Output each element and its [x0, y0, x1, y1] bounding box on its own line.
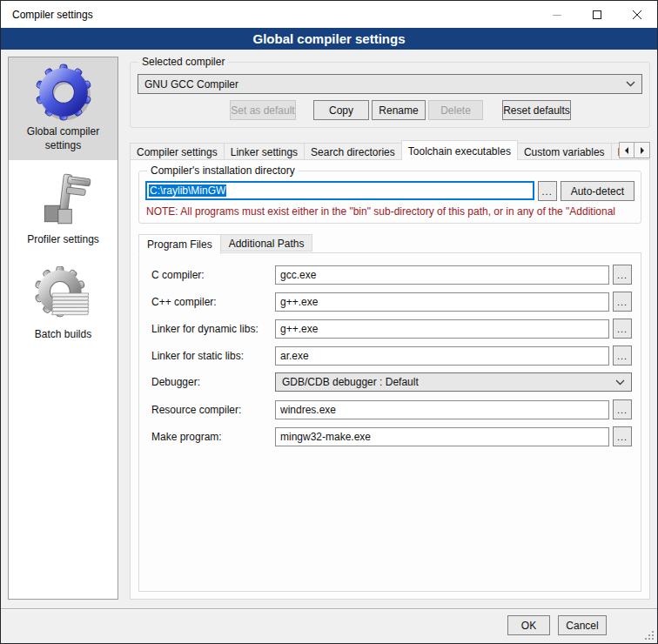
minimize-button[interactable]: [537, 1, 577, 28]
main-tabs: Compiler settingsLinker settingsSearch d…: [130, 138, 650, 160]
field-label: C compiler:: [148, 269, 272, 281]
browse-button[interactable]: ...: [613, 319, 632, 339]
sidebar-item-label: Profiler settings: [27, 233, 99, 247]
cancel-button[interactable]: Cancel: [558, 615, 607, 635]
installation-directory-row: C:\raylib\MinGW ... Auto-detect: [145, 181, 634, 201]
footer: OK Cancel: [1, 610, 657, 643]
ok-button[interactable]: OK: [507, 615, 550, 635]
program-row: C compiler:...: [148, 265, 632, 284]
tab-custom-variables[interactable]: Custom variables: [518, 143, 612, 160]
program-row: Resource compiler:...: [148, 399, 632, 419]
gray-gear-stack-icon: [35, 266, 92, 324]
set-as-default-button[interactable]: Set as default: [230, 100, 296, 120]
caliper-icon: [35, 171, 92, 229]
blue-gear-icon: [35, 64, 92, 121]
field-input[interactable]: [275, 265, 609, 285]
program-row: Make program:...: [148, 426, 632, 446]
browse-directory-button[interactable]: ...: [538, 181, 557, 201]
field-input[interactable]: [275, 427, 609, 446]
tab-scroll-left-button[interactable]: [619, 142, 634, 158]
program-row: Linker for dynamic libs:...: [148, 319, 632, 338]
field-label: Resource compiler:: [148, 404, 272, 416]
resize-grip-icon[interactable]: [643, 629, 655, 641]
selected-compiler-select[interactable]: GNU GCC Compiler: [138, 74, 642, 94]
program-files-page: C compiler:...C++ compiler:...Linker for…: [138, 252, 641, 592]
debugger-value: GDB/CDB debugger : Default: [282, 376, 419, 388]
rename-button[interactable]: Rename: [372, 100, 426, 120]
maximize-icon: [593, 10, 601, 19]
chevron-down-icon: [626, 81, 635, 87]
installation-directory-group: Compiler's installation directory C:\ray…: [138, 171, 641, 224]
sidebar-item-global-compiler-settings[interactable]: Global compiler settings: [9, 57, 118, 160]
delete-button[interactable]: Delete: [428, 100, 483, 120]
field-input[interactable]: [275, 400, 609, 419]
sidebar-item-label: Global compiler settings: [10, 125, 116, 152]
tab-additional-paths[interactable]: Additional Paths: [221, 234, 313, 252]
program-subtabs: Program Files Additional Paths: [138, 234, 641, 253]
arrow-left-icon: [624, 147, 629, 154]
compiler-actions: Set as default Copy Rename Delete Reset …: [138, 100, 642, 120]
field-input[interactable]: [275, 319, 609, 339]
browse-button[interactable]: ...: [613, 399, 632, 419]
tab-scroll-right-button[interactable]: [634, 142, 650, 158]
chevron-down-icon: [615, 379, 625, 386]
selected-compiler-group: Selected compiler GNU GCC Compiler Set a…: [130, 62, 650, 128]
field-label: C++ compiler:: [148, 296, 272, 308]
sidebar-item-batch-builds[interactable]: Batch builds: [9, 260, 118, 350]
main-panel: Selected compiler GNU GCC Compiler Set a…: [130, 57, 650, 607]
toolchain-executables-page: Compiler's installation directory C:\ray…: [130, 159, 650, 600]
tab-scroll-arrows: [619, 142, 650, 158]
field-input[interactable]: [275, 292, 609, 312]
compiler-settings-dialog: Compiler settings Global compiler settin…: [0, 0, 658, 644]
browse-button[interactable]: ...: [613, 345, 632, 366]
browse-button[interactable]: ...: [613, 265, 632, 285]
installation-directory-input[interactable]: C:\raylib\MinGW: [145, 181, 534, 200]
dialog-body: Global compiler settings: [1, 50, 657, 607]
close-icon: [633, 10, 641, 19]
field-label: Make program:: [148, 431, 272, 443]
minimize-icon: [553, 10, 561, 19]
arrow-right-icon: [640, 147, 645, 154]
copy-button[interactable]: Copy: [313, 100, 369, 120]
program-rows: C compiler:...C++ compiler:...Linker for…: [148, 265, 632, 446]
reset-defaults-button[interactable]: Reset defaults: [502, 100, 571, 120]
field-label: Debugger:: [148, 376, 272, 388]
tab-compiler-settings[interactable]: Compiler settings: [130, 143, 225, 160]
dialog-heading: Global compiler settings: [1, 28, 657, 50]
program-row: C++ compiler:...: [148, 292, 632, 311]
tab-program-files[interactable]: Program Files: [138, 234, 221, 254]
bin-subdirectory-note: NOTE: All programs must exist either in …: [146, 205, 634, 218]
program-row: Linker for static libs:...: [148, 345, 632, 365]
settings-category-list: Global compiler settings: [8, 57, 118, 600]
tab-toolchain-executables[interactable]: Toolchain executables: [401, 140, 518, 160]
field-label: Linker for dynamic libs:: [148, 323, 272, 335]
browse-button[interactable]: ...: [613, 292, 632, 312]
sidebar-item-label: Batch builds: [35, 328, 91, 342]
sidebar-item-profiler-settings[interactable]: Profiler settings: [9, 165, 118, 255]
selected-compiler-value: GNU GCC Compiler: [144, 78, 238, 91]
field-input[interactable]: [275, 346, 609, 366]
titlebar: Compiler settings: [1, 1, 657, 28]
tab-search-directories[interactable]: Search directories: [305, 143, 402, 160]
settings-tabstrip: Compiler settingsLinker settingsSearch d…: [130, 138, 650, 160]
program-row: Debugger:GDB/CDB debugger : Default: [148, 372, 632, 392]
group-label: Selected compiler: [138, 56, 228, 68]
close-button[interactable]: [617, 1, 657, 28]
field-label: Linker for static libs:: [148, 350, 272, 362]
window-title: Compiler settings: [1, 9, 537, 21]
maximize-button[interactable]: [577, 1, 617, 28]
group-label: Compiler's installation directory: [147, 164, 299, 177]
debugger-select[interactable]: GDB/CDB debugger : Default: [275, 372, 632, 392]
selected-path-text: C:\raylib\MinGW: [149, 184, 226, 197]
auto-detect-button[interactable]: Auto-detect: [561, 181, 634, 201]
tab-linker-settings[interactable]: Linker settings: [225, 143, 305, 160]
browse-button[interactable]: ...: [613, 426, 632, 446]
